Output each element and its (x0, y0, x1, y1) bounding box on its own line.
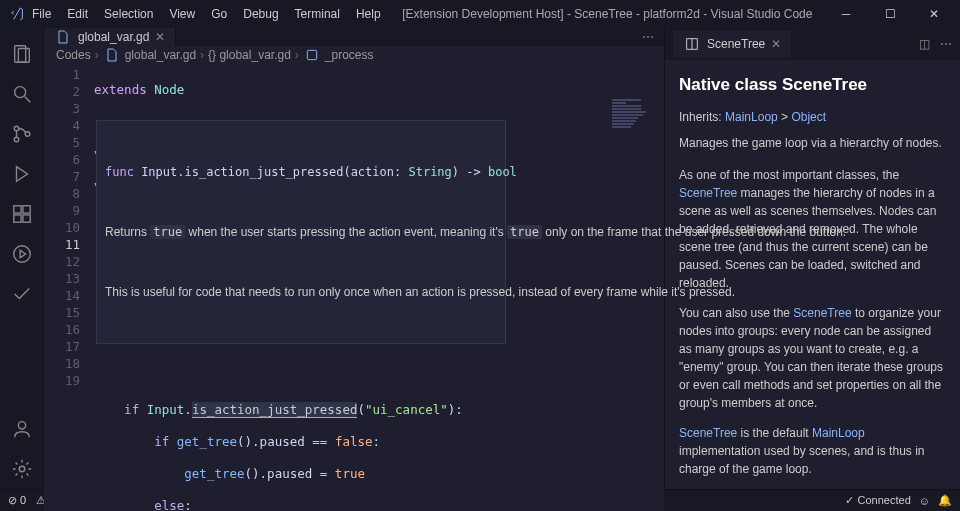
editor-tab[interactable]: global_var.gd ✕ (44, 28, 176, 46)
gd-file-icon (54, 28, 72, 46)
menu-help[interactable]: Help (350, 3, 387, 25)
editor-tabstrip: global_var.gd ✕ ⋯ (44, 28, 664, 46)
settings-gear-icon[interactable] (0, 449, 44, 489)
svg-rect-1 (18, 49, 29, 63)
svg-point-2 (14, 87, 25, 98)
window-title: [Extension Development Host] - SceneTree… (387, 7, 828, 21)
svg-rect-6 (13, 206, 20, 213)
breadcrumbs[interactable]: Codes › global_var.gd › {} global_var.gd… (44, 46, 664, 64)
chevron-right-icon: › (295, 48, 299, 62)
link-object[interactable]: Object (791, 110, 826, 124)
inherits-label: Inherits: (679, 110, 725, 124)
accounts-icon[interactable] (0, 409, 44, 449)
search-icon[interactable] (0, 74, 44, 114)
svg-rect-13 (307, 50, 316, 59)
check-icon[interactable] (0, 274, 44, 314)
explorer-icon[interactable] (0, 34, 44, 74)
link-scenetree[interactable]: SceneTree (679, 426, 737, 440)
maximize-button[interactable]: ☐ (872, 7, 908, 21)
book-icon (683, 35, 701, 53)
file-icon (103, 46, 121, 64)
menu-edit[interactable]: Edit (61, 3, 94, 25)
menu-terminal[interactable]: Terminal (289, 3, 346, 25)
svg-rect-8 (13, 215, 20, 222)
hover-tooltip: func Input.is_action_just_pressed(action… (96, 120, 506, 344)
titlebar: File Edit Selection View Go Debug Termin… (0, 0, 960, 28)
more-actions-icon[interactable]: ⋯ (642, 30, 654, 44)
editor-tab-label: global_var.gd (78, 30, 149, 44)
link-scenetree[interactable]: SceneTree (679, 186, 737, 200)
code-content[interactable]: extends Node var lives = 4 var coins = 0… (94, 64, 664, 511)
menu-selection[interactable]: Selection (98, 3, 159, 25)
editor[interactable]: 12345678910111213141516171819 extends No… (44, 64, 664, 511)
godot-run-icon[interactable] (0, 234, 44, 274)
side-panel: SceneTree ✕ ◫ ⋯ Native class SceneTree I… (664, 28, 960, 489)
doc-summary: Manages the game loop via a hierarchy of… (679, 134, 946, 152)
tab-close-icon[interactable]: ✕ (771, 37, 781, 51)
breadcrumb-item[interactable]: Codes (56, 48, 91, 62)
svg-rect-7 (22, 206, 29, 213)
menu-file[interactable]: File (26, 3, 57, 25)
feedback-icon[interactable]: ☺ (919, 495, 930, 507)
menu-bar: File Edit Selection View Go Debug Termin… (26, 3, 387, 25)
extensions-icon[interactable] (0, 194, 44, 234)
menu-go[interactable]: Go (205, 3, 233, 25)
svg-point-3 (14, 126, 19, 131)
chevron-right-icon: › (200, 48, 204, 62)
svg-point-11 (18, 422, 25, 429)
more-actions-icon[interactable]: ⋯ (940, 37, 952, 51)
debug-icon[interactable] (0, 154, 44, 194)
link-scenetree[interactable]: SceneTree (793, 306, 851, 320)
vscode-icon (8, 5, 26, 23)
menu-debug[interactable]: Debug (237, 3, 284, 25)
method-icon (303, 46, 321, 64)
svg-point-4 (14, 137, 19, 142)
split-editor-icon[interactable]: ◫ (919, 37, 930, 51)
close-button[interactable]: ✕ (916, 7, 952, 21)
documentation-view[interactable]: Native class SceneTree Inherits: MainLoo… (665, 60, 960, 489)
source-control-icon[interactable] (0, 114, 44, 154)
minimize-button[interactable]: ─ (828, 7, 864, 21)
bell-icon[interactable]: 🔔 (938, 494, 952, 507)
doc-title: Native class SceneTree (679, 72, 946, 98)
breadcrumb-item[interactable]: global_var.gd (125, 48, 196, 62)
svg-point-10 (13, 246, 30, 263)
breadcrumb-item[interactable]: _process (325, 48, 374, 62)
status-errors[interactable]: ⊘ 0 (8, 494, 26, 507)
tab-close-icon[interactable]: ✕ (155, 30, 165, 44)
svg-point-12 (19, 466, 25, 472)
link-mainloop[interactable]: MainLoop (725, 110, 778, 124)
chevron-right-icon: › (95, 48, 99, 62)
status-connected[interactable]: ✓ Connected (845, 494, 910, 507)
side-tab-scenetree[interactable]: SceneTree ✕ (673, 31, 791, 57)
link-mainloop[interactable]: MainLoop (812, 426, 865, 440)
side-tab-label: SceneTree (707, 37, 765, 51)
activity-bar (0, 28, 44, 489)
menu-view[interactable]: View (163, 3, 201, 25)
svg-rect-9 (22, 215, 29, 222)
gutter: 12345678910111213141516171819 (44, 64, 94, 511)
editor-group: global_var.gd ✕ ⋯ Codes › global_var.gd … (44, 28, 664, 489)
breadcrumb-item[interactable]: {} global_var.gd (208, 48, 291, 62)
